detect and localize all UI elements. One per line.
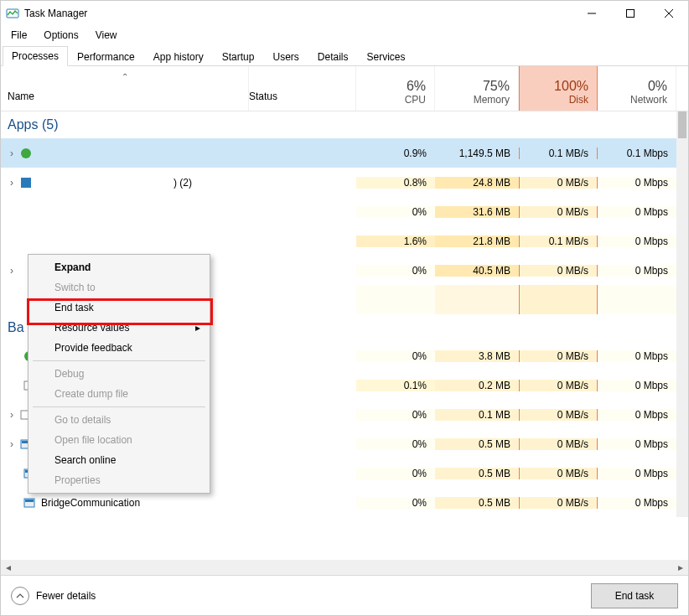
network-percent: 0% [648, 79, 667, 94]
disk-value: 0.1 MB/s [519, 148, 598, 159]
memory-value: 31.6 MB [435, 206, 519, 218]
tab-details[interactable]: Details [308, 47, 358, 66]
minimize-button[interactable] [572, 1, 611, 26]
tab-users[interactable]: Users [263, 47, 308, 66]
process-row[interactable]: 1.6% 21.8 MB 0.1 MB/s 0 Mbps [1, 226, 676, 256]
ctx-provide-feedback[interactable]: Provide feedback [31, 338, 207, 358]
cpu-value: 0% [356, 409, 435, 421]
ctx-create-dump: Create dump file [31, 384, 207, 404]
network-value: 0 Mbps [598, 438, 676, 450]
process-row[interactable]: › xxxxxxxxxxxxxxxxxxxxxxxxxxx ) (2) 0.8%… [1, 168, 676, 197]
column-memory[interactable]: 75%Memory [435, 66, 519, 111]
network-value: 0 Mbps [598, 177, 676, 189]
menu-view[interactable]: View [89, 28, 124, 43]
process-icon [19, 176, 33, 189]
network-value: 0 Mbps [598, 206, 676, 218]
tab-app-history[interactable]: App history [144, 47, 213, 66]
ctx-search-online[interactable]: Search online [31, 450, 207, 470]
column-status[interactable]: Status [249, 66, 356, 111]
menu-file[interactable]: File [4, 28, 34, 43]
column-disk[interactable]: 100%Disk [519, 66, 598, 111]
ctx-expand[interactable]: Expand [31, 257, 207, 277]
column-name-label: Name [8, 91, 34, 102]
ctx-properties: Properties [31, 470, 207, 490]
fewer-details-toggle[interactable]: Fewer details [11, 587, 96, 605]
tab-processes[interactable]: Processes [3, 46, 68, 66]
svg-rect-2 [627, 10, 635, 18]
memory-value: 0.2 MB [435, 380, 519, 391]
memory-value: 21.8 MB [435, 236, 519, 247]
column-status-label: Status [249, 91, 277, 102]
memory-value: 24.8 MB [435, 177, 519, 189]
disk-value: 0 MB/s [519, 438, 598, 450]
expander-icon[interactable]: › [4, 177, 19, 189]
process-row[interactable]: › 0.9% 1,149.5 MB 0.1 MB/s 0.1 Mbps [1, 138, 676, 168]
tab-performance[interactable]: Performance [68, 47, 144, 66]
network-value: 0 Mbps [598, 236, 676, 247]
network-value: 0 Mbps [598, 409, 676, 421]
scroll-right-icon[interactable]: ▸ [673, 560, 688, 575]
cpu-value: 0% [356, 350, 435, 362]
cpu-value: 0% [356, 265, 435, 277]
column-network[interactable]: 0%Network [598, 66, 676, 111]
close-button[interactable] [650, 1, 688, 26]
vertical-scrollbar[interactable] [676, 111, 688, 517]
group-apps[interactable]: Apps (5) [1, 111, 676, 138]
ctx-separator [33, 360, 205, 361]
cpu-value: 1.6% [356, 236, 435, 247]
expander-icon[interactable]: › [4, 438, 19, 450]
process-row[interactable]: 0% 31.6 MB 0 MB/s 0 Mbps [1, 197, 676, 226]
expander-icon[interactable]: › [4, 409, 19, 421]
memory-value: 40.5 MB [435, 265, 519, 277]
scrollbar-thumb[interactable] [678, 111, 686, 138]
ctx-go-to-details: Go to details [31, 410, 207, 430]
submenu-arrow-icon: ▸ [195, 322, 200, 334]
chevron-up-icon [11, 587, 29, 605]
memory-value: 0.1 MB [435, 409, 519, 421]
disk-value: 0 MB/s [519, 350, 598, 362]
disk-value: 0 MB/s [519, 380, 598, 391]
disk-value: 0 MB/s [519, 409, 598, 421]
disk-value: 0 MB/s [519, 177, 598, 189]
grid-header: ⌃ Name Status 6%CPU 75%Memory 100%Disk 0… [1, 66, 688, 111]
menu-options[interactable]: Options [37, 28, 85, 43]
process-grid: ⌃ Name Status 6%CPU 75%Memory 100%Disk 0… [1, 66, 688, 560]
memory-value: 0.5 MB [435, 438, 519, 450]
titlebar: Task Manager [1, 1, 688, 26]
network-value: 0 Mbps [598, 468, 676, 479]
expander-icon[interactable]: › [4, 148, 19, 159]
tab-startup[interactable]: Startup [213, 47, 264, 66]
task-manager-icon [6, 7, 19, 20]
disk-value: 0 MB/s [519, 497, 598, 509]
network-value: 0 Mbps [598, 350, 676, 362]
cpu-value: 0% [356, 468, 435, 479]
network-value: 0 Mbps [598, 265, 676, 277]
cpu-value: 0.1% [356, 380, 435, 391]
column-cpu[interactable]: 6%CPU [356, 66, 435, 111]
memory-value: 3.8 MB [435, 350, 519, 362]
memory-value: 1,149.5 MB [435, 148, 519, 159]
cpu-value: 0% [356, 206, 435, 218]
svg-rect-6 [21, 178, 31, 188]
horizontal-scrollbar[interactable]: ◂ ▸ [1, 560, 688, 575]
process-icon [19, 147, 33, 160]
ctx-debug: Debug [31, 364, 207, 384]
ctx-end-task[interactable]: End task [31, 298, 207, 318]
svg-rect-15 [25, 500, 34, 502]
maximize-button[interactable] [611, 1, 650, 26]
disk-value: 0 MB/s [519, 265, 598, 277]
ctx-resource-values[interactable]: Resource values▸ [31, 318, 207, 338]
ctx-open-location: Open file location [31, 430, 207, 450]
end-task-button[interactable]: End task [591, 583, 678, 608]
tabstrip: Processes Performance App history Startu… [1, 44, 688, 66]
ctx-switch-to: Switch to [31, 277, 207, 298]
expander-icon[interactable]: › [4, 265, 19, 277]
fewer-details-label: Fewer details [36, 590, 96, 602]
network-value: 0 Mbps [598, 380, 676, 391]
tab-services[interactable]: Services [358, 47, 415, 66]
context-menu: Expand Switch to End task Resource value… [28, 254, 210, 494]
scroll-left-icon[interactable]: ◂ [1, 560, 16, 575]
cpu-percent: 6% [407, 79, 426, 94]
column-name[interactable]: ⌃ Name [1, 66, 249, 111]
footer: Fewer details End task [1, 575, 688, 615]
